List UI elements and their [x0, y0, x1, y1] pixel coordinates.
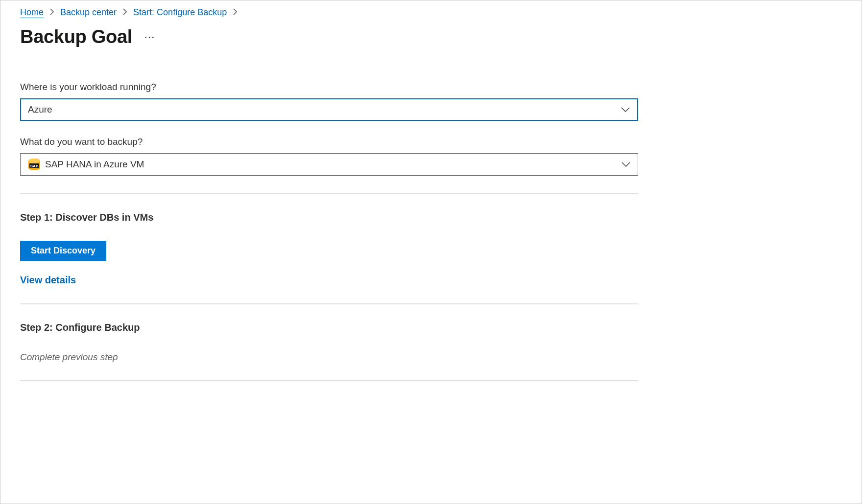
step-1-heading: Step 1: Discover DBs in VMs — [20, 212, 638, 223]
page-title: Backup Goal — [20, 26, 132, 47]
breadcrumb-start-configure-backup[interactable]: Start: Configure Backup — [133, 7, 227, 18]
workload-location-value: Azure — [28, 104, 52, 115]
backup-target-label: What do you want to backup? — [20, 137, 638, 147]
sap-hana-icon: SAP — [27, 158, 41, 171]
breadcrumb: Home Backup center Start: Configure Back… — [20, 7, 842, 18]
svg-point-3 — [28, 159, 40, 163]
chevron-right-icon — [49, 8, 54, 17]
workload-location-select[interactable]: Azure — [20, 98, 638, 121]
step-2-hint: Complete previous step — [20, 352, 638, 363]
chevron-right-icon — [122, 8, 127, 17]
divider — [20, 303, 638, 304]
start-discovery-button[interactable]: Start Discovery — [20, 241, 106, 261]
step-2-heading: Step 2: Configure Backup — [20, 322, 638, 333]
breadcrumb-home[interactable]: Home — [20, 7, 44, 18]
backup-target-select[interactable]: SAP SAP HANA in Azure VM — [20, 153, 638, 176]
chevron-right-icon — [233, 8, 238, 17]
breadcrumb-backup-center[interactable]: Backup center — [60, 7, 117, 18]
page-title-row: Backup Goal ⋯ — [20, 26, 842, 47]
backup-target-value: SAP HANA in Azure VM — [45, 159, 144, 170]
form-area: Where is your workload running? Azure Wh… — [20, 82, 638, 381]
divider — [20, 380, 638, 381]
more-actions-button[interactable]: ⋯ — [144, 31, 154, 44]
chevron-down-icon — [621, 159, 631, 170]
svg-text:SAP: SAP — [30, 164, 39, 168]
workload-location-label: Where is your workload running? — [20, 82, 638, 92]
chevron-down-icon — [621, 104, 630, 115]
divider — [20, 193, 638, 194]
view-details-link[interactable]: View details — [20, 275, 76, 286]
